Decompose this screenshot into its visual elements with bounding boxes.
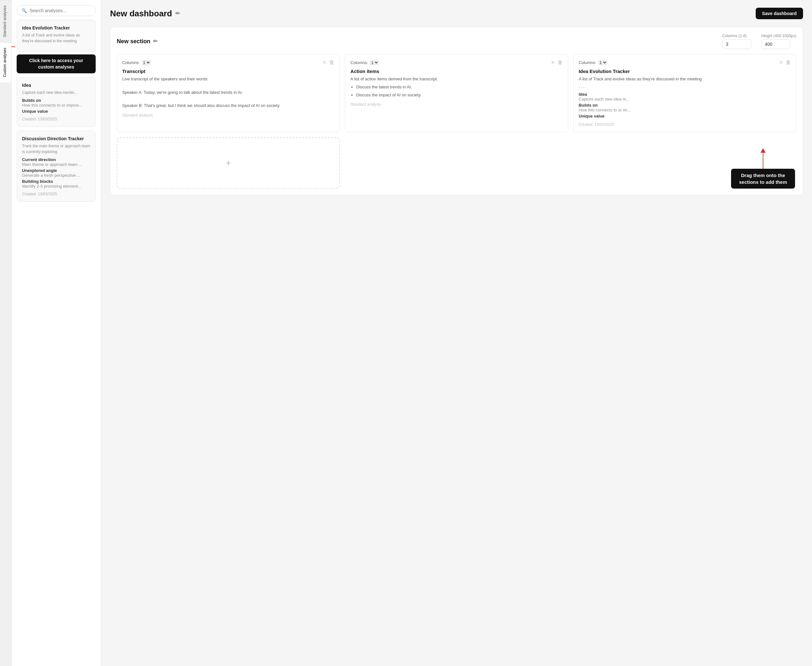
card-date: Created: 13/03/2025: [22, 192, 90, 196]
section-title: New section: [117, 38, 150, 45]
columns-selector: Columns: 123: [122, 60, 151, 65]
card-field: Building blocks Identify 2-3 promising e…: [22, 179, 90, 189]
card-field: Unique value: [22, 109, 90, 114]
card-date: Created: 13/03/2025: [22, 117, 90, 121]
search-input[interactable]: [30, 8, 91, 13]
block-title: Transcript: [122, 69, 334, 74]
drag-tooltip: Drag them onto the sections to add them: [731, 169, 795, 189]
title-text: New dashboard: [110, 9, 172, 18]
idea-evolution-block: Columns: 123 ≡ 🗑 Idea Evolution Tracker …: [573, 54, 796, 132]
columns-control: Columns (1-8): [722, 34, 751, 49]
arrow-up-line: [763, 153, 763, 169]
field-label: Current direction: [22, 157, 90, 162]
block-footer: Standard analysis: [122, 113, 334, 117]
field-label: Building blocks: [22, 179, 90, 184]
card-field: Builds on How this connects to or im...: [579, 103, 791, 112]
card-desc: A list of Track and evolve ideas as they…: [22, 32, 90, 44]
vertical-tabs: Standard analyses Custom analyses: [0, 0, 12, 666]
card-title: Discussion Direction Tracker: [22, 136, 90, 141]
section-controls: Columns (1-8) Height (400-1000px): [722, 34, 796, 49]
block-body: Live transcript of the speakers and thei…: [122, 76, 334, 109]
main-header: New dashboard ✏ Save dashboard: [110, 8, 803, 19]
block-footer: Created: 13/03/2025: [579, 122, 791, 127]
discussion-direction-card: Discussion Direction Tracker Track the m…: [16, 131, 96, 202]
columns-selector: Columns: 123: [579, 60, 607, 65]
search-bar[interactable]: 🔍: [16, 5, 96, 16]
idea-evolution-top-card: Idea Evolution Tracker A list of Track a…: [16, 20, 96, 52]
field-value: How this connects to or improv...: [22, 103, 90, 107]
delete-icon[interactable]: 🗑: [329, 59, 334, 65]
columns-label: Columns:: [579, 60, 597, 65]
block-title: Idea Evolution Tracker: [579, 69, 791, 74]
field-label: Idea: [579, 92, 791, 97]
field-label: Builds on: [22, 98, 90, 103]
card-title: Idea: [22, 82, 90, 88]
columns-select[interactable]: 123: [142, 60, 151, 65]
card-field: Unique value: [579, 114, 791, 119]
arrow-up-head: [761, 148, 766, 153]
block-icons: ≡ 🗑: [780, 59, 791, 65]
field-value: Main theme or approach team ...: [22, 162, 90, 167]
tab-custom[interactable]: Custom analyses: [0, 42, 11, 82]
drop-zone[interactable]: +: [117, 137, 340, 189]
main-content: New dashboard ✏ Save dashboard New secti…: [101, 0, 812, 666]
card-field: Current direction Main theme or approach…: [22, 157, 90, 167]
action-items-block: Columns: 123 ≡ 🗑 Action items A list of …: [345, 54, 568, 132]
block-title: Action items: [350, 69, 562, 74]
card-title: Idea Evolution Tracker: [22, 25, 90, 30]
columns-label: Columns (1-8): [722, 34, 751, 38]
card-field: Idea Capture each new idea m...: [579, 92, 791, 102]
title-edit-icon[interactable]: ✏: [175, 10, 180, 17]
tab-standard[interactable]: Standard analyses: [0, 0, 11, 42]
grid-icon[interactable]: ≡: [551, 59, 554, 65]
card-desc: Capture each new idea mentio...: [22, 90, 90, 96]
dots: ···: [579, 84, 791, 91]
card-field: Builds on How this connects to or improv…: [22, 98, 90, 107]
field-label: Builds on: [579, 103, 791, 107]
height-control: Height (400-1000px): [761, 34, 796, 49]
block-footer: Standard analysis: [350, 102, 562, 107]
columns-selector: Columns: 123: [350, 60, 379, 65]
field-label: Unique value: [22, 109, 90, 114]
field-label: Unexplored angle: [22, 168, 90, 173]
columns-select[interactable]: 123: [598, 60, 607, 65]
card-field: Unexplored angle Generate a fresh perspe…: [22, 168, 90, 178]
analysis-grid: Columns: 123 ≡ 🗑 Transcript Live transcr…: [117, 54, 796, 132]
block-header: Columns: 123 ≡ 🗑: [122, 59, 334, 65]
section-title-row: New section ✏: [117, 38, 158, 45]
list-item: Discuss the impact of AI on society.: [356, 92, 562, 99]
left-arrow: [12, 45, 15, 49]
delete-icon[interactable]: 🗑: [558, 59, 563, 65]
delete-icon[interactable]: 🗑: [786, 59, 791, 65]
columns-input[interactable]: [722, 40, 751, 49]
idea-card: Idea Capture each new idea mentio... Bui…: [16, 77, 96, 127]
transcript-block: Columns: 123 ≡ 🗑 Transcript Live transcr…: [117, 54, 340, 132]
block-icons: ≡ 🗑: [551, 59, 562, 65]
field-value: Generate a fresh perspective ...: [22, 173, 90, 178]
height-input[interactable]: [761, 40, 790, 49]
section-edit-icon[interactable]: ✏: [153, 38, 158, 45]
section-header: New section ✏ Columns (1-8) Height (400-…: [117, 34, 796, 49]
block-body: A list of action items derived from the …: [350, 76, 562, 98]
drop-zone-row: +: [117, 137, 796, 189]
search-icon: 🔍: [21, 8, 27, 13]
field-value: Capture each new idea m...: [579, 97, 791, 102]
field-value: How this connects to or im...: [579, 107, 791, 112]
block-body: A list of Track and evolve ideas as they…: [579, 76, 791, 82]
columns-label: Columns:: [122, 60, 140, 65]
block-header: Columns: 123 ≡ 🗑: [579, 59, 791, 65]
drag-annotation: Drag them onto the sections to add them: [731, 148, 795, 189]
grid-icon[interactable]: ≡: [780, 59, 782, 65]
bullet-list: Discuss the latest trends in AI. Discuss…: [350, 84, 562, 99]
columns-select[interactable]: 123: [370, 60, 379, 65]
card-desc: Track the main theme or approach team is…: [22, 143, 90, 155]
block-header: Columns: 123 ≡ 🗑: [350, 59, 562, 65]
columns-label: Columns:: [350, 60, 368, 65]
field-label: Unique value: [579, 114, 791, 119]
grid-icon[interactable]: ≡: [323, 59, 326, 65]
arrow-line: [12, 46, 15, 47]
field-value: Identify 2-3 promising element...: [22, 184, 90, 189]
section-container: New section ✏ Columns (1-8) Height (400-…: [110, 27, 803, 195]
click-tooltip: Click here to access your custom analyse…: [16, 54, 96, 73]
save-dashboard-button[interactable]: Save dashboard: [756, 8, 803, 19]
